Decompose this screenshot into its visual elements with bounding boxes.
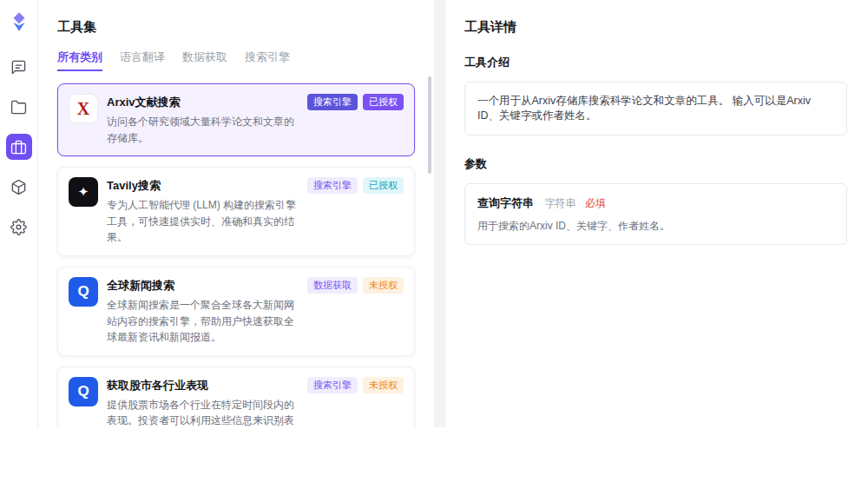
param-type: 字符串 [544,197,575,209]
auth-badge: 已授权 [363,94,404,110]
tool-card-list: X Arxiv文献搜索 访问各个研究领域大量科学论文和文章的存储库。 搜索引擎 … [57,83,415,427]
param-item: 查询字符串 字符串 必填 用于搜索的Arxiv ID、关键字、作者姓名。 [464,183,847,245]
param-required-badge: 必填 [585,197,606,209]
sidebar-item-files[interactable] [6,94,32,120]
tavily-logo-icon: ✦ [69,177,98,207]
tool-desc: 全球新闻搜索是一个聚合全球各大新闻网站内容的搜索引擎，帮助用户快速获取全球最新资… [107,297,300,346]
tool-name: Arxiv文献搜索 [107,95,300,110]
sidebar [0,0,38,427]
tool-intro-text: 一个用于从Arxiv存储库搜索科学论文和文章的工具。 输入可以是Arxiv ID… [464,82,847,135]
sidebar-item-tools[interactable] [6,134,32,160]
auth-badge: 未授权 [363,377,404,393]
category-badge: 搜索引擎 [307,377,358,393]
intro-heading: 工具介绍 [464,55,847,70]
tab-all-categories[interactable]: 所有类别 [57,50,102,71]
tab-translation[interactable]: 语言翻译 [120,50,165,71]
tool-desc: 提供股票市场各个行业在特定时间段内的表现。投资者可以利用这些信息来识别表现优于或… [107,397,300,427]
arxiv-logo-icon: X [69,94,98,123]
stock-tool-logo-icon: Q [69,377,98,406]
list-scrollbar[interactable] [428,76,431,174]
param-desc: 用于搜索的Arxiv ID、关键字、作者姓名。 [477,219,834,234]
category-tabs: 所有类别 语言翻译 数据获取 搜索引擎 [57,50,415,71]
package-icon [10,179,27,195]
tool-list-panel: 工具集 所有类别 语言翻译 数据获取 搜索引擎 X Arxiv文献搜索 访问各个… [38,0,434,427]
param-header: 查询字符串 字符串 必填 [477,195,834,211]
params-heading: 参数 [464,156,847,172]
news-tool-logo-icon: Q [69,277,98,307]
category-badge: 数据获取 [307,277,358,294]
detail-title: 工具详情 [464,19,847,36]
tab-data-fetch[interactable]: 数据获取 [182,50,227,71]
tool-card-global-news[interactable]: Q 全球新闻搜索 全球新闻搜索是一个聚合全球各大新闻网站内容的搜索引擎，帮助用户… [57,267,415,356]
panel-divider [434,0,445,427]
page-title: 工具集 [57,19,415,36]
category-badge: 搜索引擎 [307,94,358,110]
auth-badge: 未授权 [363,277,404,294]
tool-card-tavily[interactable]: ✦ Tavily搜索 专为人工智能代理 (LLM) 构建的搜索引擎工具，可快速提… [57,167,415,256]
folder-icon [10,99,27,116]
auth-badge: 已授权 [363,177,404,194]
tool-detail-panel: 工具详情 工具介绍 一个用于从Arxiv存储库搜索科学论文和文章的工具。 输入可… [445,0,868,427]
sidebar-item-plugins[interactable] [6,174,32,200]
tab-search-engine[interactable]: 搜索引擎 [245,50,290,71]
app-window: 工具集 所有类别 语言翻译 数据获取 搜索引擎 X Arxiv文献搜索 访问各个… [0,0,868,427]
tool-name: Tavily搜索 [107,178,300,194]
tool-name: 获取股市各行业表现 [107,378,300,393]
tool-name: 全球新闻搜索 [107,278,300,294]
briefcase-icon [10,139,27,155]
chat-icon [10,59,27,76]
category-badge: 搜索引擎 [307,177,358,194]
tool-card-arxiv[interactable]: X Arxiv文献搜索 访问各个研究领域大量科学论文和文章的存储库。 搜索引擎 … [57,83,415,156]
param-name: 查询字符串 [477,196,534,209]
sidebar-item-chat[interactable] [6,54,32,80]
tool-card-sector-performance[interactable]: Q 获取股市各行业表现 提供股票市场各个行业在特定时间段内的表现。投资者可以利用… [57,367,415,427]
sidebar-item-settings[interactable] [6,214,32,240]
tool-desc: 访问各个研究领域大量科学论文和文章的存储库。 [107,114,300,146]
gear-icon [10,219,27,235]
app-logo-icon [8,10,30,33]
tool-desc: 专为人工智能代理 (LLM) 构建的搜索引擎工具，可快速提供实时、准确和真实的结… [107,197,300,246]
